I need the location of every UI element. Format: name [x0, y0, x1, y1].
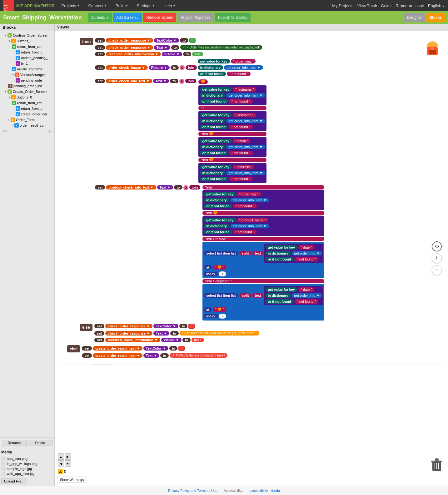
sidebar-item-pending-order-list[interactable]: ≡ pending_order_list	[0, 83, 54, 89]
get-order-info-item6[interactable]: get order_info_item ▼	[230, 198, 269, 202]
sidebar-item-buttons1[interactable]: ▼ ■ Buttons_1	[0, 38, 54, 44]
get-order-info9[interactable]: get order_info ▼	[292, 293, 322, 298]
nav-report-issue[interactable]: Report an Issue	[396, 3, 424, 8]
sidebar-item-update-pending[interactable]: ■ update_pending_	[0, 55, 54, 61]
index-row1: index 1	[204, 271, 323, 276]
sidebar-item-create-order-cor[interactable]: ■ create_order_cor	[0, 111, 54, 117]
var-create-order-result[interactable]: create_order_result_text ▼	[93, 346, 142, 351]
trash-button[interactable]	[431, 457, 443, 473]
sidebar-item-vertical-arranger[interactable]: ▼ ■ VerticalArranger	[0, 72, 54, 78]
prop-visible[interactable]: Visible ▼	[162, 52, 182, 56]
sidebar-item-return-from-c1[interactable]: ■ return_from_c	[0, 49, 54, 55]
get-value-for-key4: get value for key	[200, 165, 232, 169]
zoom-in-button[interactable]: +	[432, 253, 442, 263]
accessibility-link[interactable]: accessibility.mit.edu	[250, 489, 280, 492]
sidebar-item-order-form[interactable]: ▷ ■ Order_Form	[0, 117, 54, 123]
nav-view-trash[interactable]: View Trash	[357, 3, 377, 8]
prop-picture[interactable]: Picture ▼	[149, 65, 170, 70]
sidebar-item-order-result[interactable]: ▷ ■ order_result_cor	[0, 123, 54, 128]
rename-button[interactable]: Rename	[2, 440, 27, 446]
nav-down-button[interactable]: ▼	[65, 460, 71, 467]
sidebar-item-buttons0[interactable]: ▼ ■ Buttons_0	[0, 94, 54, 100]
get-order-info-item4[interactable]: get order_info_item ▼	[226, 145, 265, 149]
sidebar-label: VerticalArranger	[20, 73, 45, 77]
nav-up-button[interactable]: ▲	[58, 453, 64, 460]
sidebar-item-br1[interactable]: A br_1	[0, 61, 54, 66]
get-order-info-item[interactable]: get order_info_item ▼	[224, 65, 263, 70]
media-item-app-icon[interactable]: app_icon.png	[1, 456, 53, 461]
var-check-order-resp4[interactable]: check_order_response ▼	[105, 331, 152, 336]
var-received-order[interactable]: received_order_information ▼	[106, 52, 161, 56]
prop-text5[interactable]: Text ▼	[143, 353, 160, 358]
key-product-name: " product_name "	[237, 218, 268, 222]
prop-textcolor2[interactable]: TextColor ▼	[153, 324, 178, 328]
upload-file-button[interactable]: Upload File...	[1, 478, 27, 484]
nav-help[interactable]: Help ▼	[162, 0, 177, 11]
media-item-in-app-logo[interactable]: in_app_w...logo.png	[1, 461, 53, 466]
sidebar-item-initiate[interactable]: ■ initiate_confirma	[0, 66, 54, 72]
nav-projects[interactable]: Projects ▼	[60, 0, 82, 11]
sidebar-item-pending-orde[interactable]: A pending_orde	[0, 78, 54, 83]
var-check-order-resp3[interactable]: check_order_response ▼	[105, 324, 152, 328]
designer-button[interactable]: Designer	[404, 13, 425, 22]
not-found-val3: " not found "	[229, 151, 253, 155]
var-received-order2[interactable]: received_order_information ▼	[105, 338, 160, 342]
privacy-link[interactable]: Privacy Policy and Terms of Use	[168, 489, 217, 492]
in-dict-email: in dictionary get order_info_item ▼	[200, 145, 265, 149]
nav-left-button[interactable]: ◀	[58, 460, 64, 467]
nav-guide[interactable]: Guide	[381, 3, 392, 8]
get-order-info8[interactable]: get order_info ▼	[292, 251, 322, 255]
or-not-found-kw8: or if not found	[265, 299, 294, 304]
nav-build[interactable]: Build ▼	[114, 0, 130, 11]
add-screen-button[interactable]: Add Screen...	[113, 13, 142, 22]
get-order-info-item7[interactable]: get order_info_item ▼	[230, 224, 269, 228]
project-properties-button[interactable]: Project Properties	[177, 13, 213, 22]
sidebar-item-confirm-order-screen[interactable]: ▼ ■ Confirm_Order_Screen	[0, 33, 54, 38]
get-order-info-item3[interactable]: get order_info_item ▼	[226, 119, 265, 123]
var-order-check-image[interactable]: order_check_image ▼	[106, 65, 147, 70]
blocks-header: Blocks	[0, 24, 54, 31]
viewer: Viewer then	[55, 24, 448, 486]
sidebar-item-return-from-con[interactable]: ■ return_from_con	[0, 44, 54, 49]
sidebar-item-return-from-cre[interactable]: ■ return_from_cre	[0, 100, 54, 106]
publish-gallery-button[interactable]: Publish to Gallery	[215, 13, 251, 22]
delete-button[interactable]: Delete	[28, 440, 52, 446]
prop-text2[interactable]: Text ▼	[153, 79, 169, 83]
var-create-order-result2[interactable]: create_order_result_text ▼	[93, 353, 142, 358]
sidebar-item-create-order-screen[interactable]: ▼ ■ Create_Order_Screen	[0, 89, 54, 94]
var-product-check-info[interactable]: product_check_info_text ▼	[106, 185, 156, 189]
sidebar-label: pending_order_list	[13, 84, 42, 88]
set-product-check-info: set product_check_info_text ▼ Text ▼ to …	[95, 185, 324, 321]
get-order-info-item2[interactable]: get order_info_item ▼	[226, 93, 265, 98]
toolbar-right: Designer Blocks	[404, 13, 445, 22]
zoom-out-button[interactable]: −	[432, 265, 442, 275]
show-warnings-button[interactable]: Show Warnings	[57, 477, 87, 483]
nav-settings[interactable]: Settings ▼	[135, 0, 157, 11]
get-order-info-item5[interactable]: get order_info_item ▼	[226, 171, 265, 175]
svg-point-8	[430, 41, 435, 48]
target-button[interactable]: ⊙	[432, 241, 442, 251]
var-order-check-info-text[interactable]: order_check_info_text ▼	[106, 79, 152, 83]
nav-connect[interactable]: Connect ▼	[86, 0, 108, 11]
nav-right-nav-button[interactable]: ▶	[65, 453, 71, 460]
blocks-button[interactable]: Blocks	[426, 13, 445, 22]
nav-my-projects[interactable]: My Projects	[332, 3, 353, 8]
nav-english[interactable]: English ▼	[428, 3, 445, 8]
prop-text3[interactable]: Text ▼	[157, 185, 173, 189]
logo-area: MIT APP INV MIT APP INVENTOR	[3, 0, 55, 11]
var-check-order-response[interactable]: check_order_response ▼	[106, 38, 153, 43]
blocks-canvas[interactable]: then set check_order_response ▼ TextColo…	[55, 31, 448, 485]
var-check-order-response2[interactable]: check_order_response ▼	[106, 45, 153, 50]
prop-textcolor[interactable]: TextColor ▼	[154, 38, 179, 43]
prop-visible2[interactable]: Visible ▼	[161, 338, 182, 342]
media-item-sample-logo[interactable]: sample_logo.jpg	[1, 466, 53, 471]
backpack-icon[interactable]	[423, 40, 442, 59]
screen1-button[interactable]: Screen1 ▼	[88, 13, 112, 22]
prop-text4[interactable]: Text ▼	[153, 331, 170, 336]
scroll-thumb[interactable]	[92, 365, 111, 365]
sidebar-item-return-from-c2[interactable]: ■ return_from_c	[0, 106, 54, 111]
prop-text[interactable]: Text ▼	[154, 45, 170, 50]
remove-screen-button[interactable]: Remove Screen	[143, 13, 176, 22]
prop-textcolor3[interactable]: TextColor ▼	[143, 346, 168, 351]
media-item-web-app-icon[interactable]: web_app_icon.jpg	[1, 471, 53, 476]
